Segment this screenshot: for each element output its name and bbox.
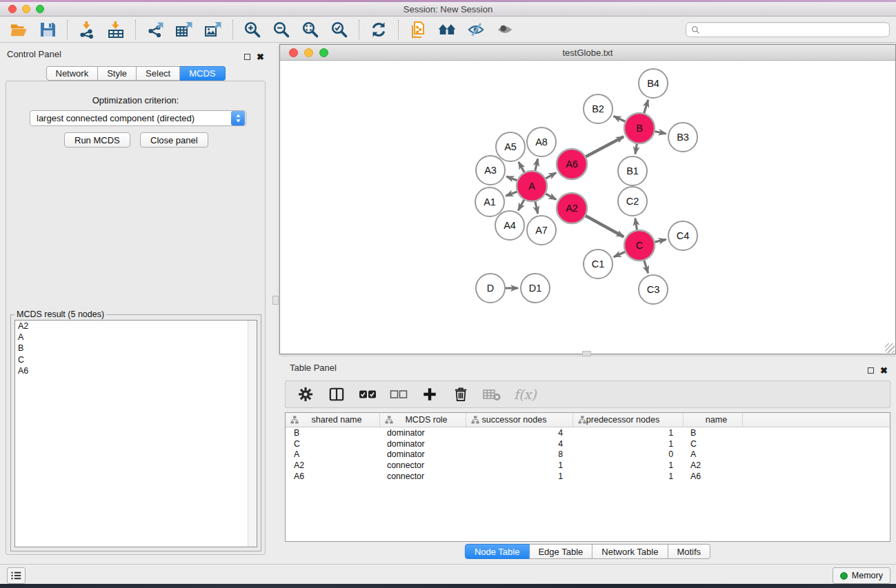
refresh-icon[interactable]: [368, 19, 389, 40]
table-tab-motifs[interactable]: Motifs: [668, 544, 710, 559]
graph-node-A6[interactable]: A6: [557, 149, 587, 179]
table-row[interactable]: Bdominator41B: [286, 427, 890, 438]
mcds-tab-content: Optimization criterion: largest connecte…: [6, 81, 266, 555]
graph-node-A5[interactable]: A5: [496, 132, 525, 161]
import-network-icon[interactable]: [77, 19, 97, 40]
graph-node-A8[interactable]: A8: [527, 128, 556, 156]
table-cell: A: [684, 449, 743, 459]
graph-node-A3[interactable]: A3: [476, 156, 505, 185]
table-tab-edge-table[interactable]: Edge Table: [529, 544, 593, 559]
graph-node-C[interactable]: C: [624, 230, 655, 261]
table-row[interactable]: Adominator80A: [286, 449, 890, 460]
unselect-all-columns-icon[interactable]: [390, 385, 408, 403]
result-item[interactable]: A2: [15, 321, 257, 332]
result-item[interactable]: B: [15, 343, 257, 354]
close-table-panel-icon[interactable]: ✖: [880, 366, 888, 375]
close-panel-button[interactable]: Close panel: [140, 132, 208, 148]
network-graph[interactable]: B4B2BB3B1A5A8A6A3AA1A2A4A7C2CC4C1C3DD1: [280, 61, 895, 354]
tab-mcds[interactable]: MCDS: [180, 66, 225, 81]
show-graphics-icon[interactable]: [495, 19, 515, 40]
app-titlebar: Session: New Session: [0, 2, 896, 17]
graph-node-A[interactable]: A: [517, 171, 547, 201]
tab-style[interactable]: Style: [98, 66, 137, 81]
home-icon[interactable]: [437, 19, 457, 40]
tab-select[interactable]: Select: [137, 66, 180, 81]
function-builder-label: f(x): [514, 387, 537, 402]
delete-columns-icon[interactable]: [452, 385, 470, 403]
zoom-fit-icon[interactable]: [300, 19, 321, 40]
table-cell: 1: [573, 439, 684, 449]
mcds-result-list[interactable]: A2ABCA6: [14, 320, 257, 547]
table-cell: A2: [286, 460, 380, 470]
graph-node-D[interactable]: D: [476, 274, 505, 303]
table-row[interactable]: A2connector11A2: [286, 460, 890, 471]
horizontal-splitter-grip[interactable]: [582, 351, 591, 356]
graph-node-C1[interactable]: C1: [584, 250, 613, 278]
table-cell: dominator: [380, 449, 466, 459]
column-header-successor-nodes[interactable]: successor nodes: [466, 413, 573, 427]
table-tab-node-table[interactable]: Node Table: [465, 544, 530, 559]
table-cell: C: [684, 439, 743, 449]
graph-node-B3[interactable]: B3: [668, 123, 697, 152]
table-row[interactable]: A6connector11A6: [286, 471, 890, 482]
graph-node-C4[interactable]: C4: [668, 221, 697, 250]
graph-node-C3[interactable]: C3: [639, 275, 668, 304]
memory-button[interactable]: Memory: [833, 567, 890, 584]
select-all-columns-icon[interactable]: [359, 385, 377, 403]
graph-node-B1[interactable]: B1: [618, 156, 647, 185]
column-header-predecessor-nodes[interactable]: predecessor nodes: [573, 413, 684, 427]
duplicate-network-icon[interactable]: [408, 19, 428, 40]
graph-node-A4[interactable]: A4: [495, 211, 524, 240]
save-session-icon[interactable]: [37, 19, 58, 40]
graph-node-B[interactable]: B: [624, 113, 655, 143]
column-header-shared-name[interactable]: shared name: [286, 413, 380, 427]
table-tab-network-table[interactable]: Network Table: [593, 544, 668, 559]
window-resize-grip[interactable]: [885, 343, 895, 353]
tab-network[interactable]: Network: [46, 66, 98, 81]
node-label: D1: [529, 283, 542, 294]
close-panel-icon[interactable]: ✖: [257, 52, 264, 61]
result-list-scrollbar[interactable]: [248, 321, 257, 547]
node-label: C4: [677, 230, 690, 241]
zoom-out-icon[interactable]: [271, 19, 292, 40]
graph-node-B4[interactable]: B4: [639, 69, 668, 98]
float-panel-icon[interactable]: [244, 54, 250, 60]
table-cell: dominator: [380, 439, 466, 449]
table-row[interactable]: Cdominator41C: [286, 438, 890, 449]
result-item[interactable]: A6: [15, 365, 257, 376]
search-input[interactable]: [703, 23, 889, 36]
search-field[interactable]: [686, 22, 890, 37]
graph-node-A1[interactable]: A1: [475, 187, 504, 216]
node-label: B3: [677, 132, 689, 143]
vertical-splitter-grip[interactable]: [272, 296, 279, 305]
split-columns-icon[interactable]: [328, 385, 346, 403]
graph-node-C2[interactable]: C2: [618, 187, 647, 216]
graph-node-A2[interactable]: A2: [557, 193, 587, 223]
column-header-name[interactable]: name: [684, 413, 743, 427]
hide-graphics-icon[interactable]: [466, 19, 486, 40]
settings-icon[interactable]: [297, 385, 315, 403]
create-column-icon[interactable]: [421, 385, 439, 403]
zoom-selected-icon[interactable]: [329, 19, 350, 40]
export-table-icon[interactable]: [174, 19, 195, 40]
import-table-icon[interactable]: [106, 19, 126, 40]
graph-node-A7[interactable]: A7: [527, 216, 556, 245]
result-item[interactable]: A: [15, 332, 257, 343]
table-cell: 4: [466, 439, 573, 449]
graph-node-D1[interactable]: D1: [521, 274, 550, 303]
node-table[interactable]: shared nameMCDS rolesuccessor nodesprede…: [285, 412, 890, 542]
table-header-row: shared nameMCDS rolesuccessor nodesprede…: [286, 413, 890, 427]
export-network-icon[interactable]: [145, 19, 166, 40]
criterion-dropdown[interactable]: largest connected component (directed): [30, 110, 246, 126]
graph-node-B2[interactable]: B2: [584, 94, 613, 123]
zoom-in-icon[interactable]: [242, 19, 263, 40]
column-header-MCDS-role[interactable]: MCDS role: [380, 413, 466, 427]
float-table-panel-icon[interactable]: [868, 367, 874, 374]
run-mcds-button[interactable]: Run MCDS: [64, 132, 130, 148]
export-image-icon[interactable]: [203, 19, 223, 40]
function-builder-icon: f(x): [514, 385, 537, 403]
open-session-icon[interactable]: [8, 19, 29, 40]
task-history-button[interactable]: [7, 567, 26, 584]
network-canvas[interactable]: B4B2BB3B1A5A8A6A3AA1A2A4A7C2CC4C1C3DD1: [280, 61, 895, 354]
result-item[interactable]: C: [15, 354, 257, 365]
